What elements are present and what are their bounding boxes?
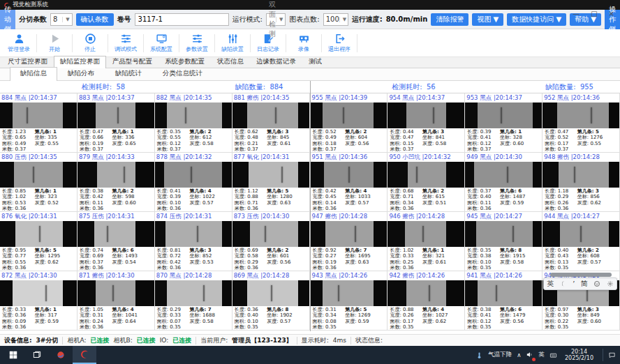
defect-thumbnail[interactable]: [0, 103, 77, 128]
defect-thumbnail[interactable]: [311, 221, 388, 247]
toolbtn-param-settings[interactable]: 参数设置: [179, 30, 214, 56]
defect-thumbnail[interactable]: [78, 103, 154, 128]
touch-keyboard-icon[interactable]: [549, 351, 557, 359]
defect-thumbnail[interactable]: [232, 162, 309, 188]
defect-thumbnail[interactable]: [465, 162, 542, 188]
task-view-button[interactable]: [25, 346, 49, 364]
defect-thumbnail[interactable]: [78, 280, 154, 306]
defect-cell[interactable]: 883 黑点 |20:14:37长度: 0.47宽度: 0.66面积: 0.19…: [78, 93, 155, 153]
defect-thumbnail[interactable]: [155, 280, 232, 306]
tab-main-0[interactable]: 尺寸监控界面: [1, 56, 54, 68]
tab-main-5[interactable]: 边缘数据记录: [250, 56, 302, 68]
defect-thumbnail[interactable]: [0, 280, 77, 306]
defect-cell[interactable]: 879 黑点 |20:14:33长度: 0.38宽度: 0.42面积: 0.11…: [78, 153, 155, 212]
input-language-button[interactable]: 英: [538, 351, 545, 359]
ime-simplified-toggle[interactable]: 简: [581, 279, 588, 289]
defect-thumbnail[interactable]: [0, 162, 77, 188]
defect-thumbnail[interactable]: [388, 280, 464, 306]
defect-thumbnail[interactable]: [465, 103, 542, 128]
defect-thumbnail[interactable]: [465, 280, 542, 306]
drive-side-button[interactable]: 传动侧: [0, 10, 15, 29]
defect-thumbnail[interactable]: [232, 103, 309, 128]
defect-cell[interactable]: 954 黑点 |20:14:37长度: 0.44宽度: 0.47面积: 0.15…: [388, 93, 465, 153]
defect-thumbnail[interactable]: [78, 162, 154, 188]
defect-cell[interactable]: 948 擦伤 |20:14:28长度: 1.18宽度: 0.29面积: 0.26…: [542, 153, 620, 212]
toolbtn-defect-settings[interactable]: 缺陷设置: [215, 30, 250, 56]
tab-sub-3[interactable]: 分类信息统计: [152, 67, 213, 80]
defect-thumbnail[interactable]: [155, 103, 232, 128]
defect-thumbnail[interactable]: [388, 162, 464, 188]
defect-thumbnail[interactable]: [78, 221, 154, 247]
defect-thumbnail[interactable]: [542, 221, 619, 247]
toolbtn-start[interactable]: 开始: [37, 30, 72, 56]
browser-app-button[interactable]: [49, 346, 73, 364]
close-button[interactable]: ×: [609, 10, 614, 18]
defect-cell[interactable]: 950 小凹坑 |20:14:32长度: 0.68宽度: 0.71面积: 0.3…: [388, 153, 465, 212]
defect-thumbnail[interactable]: [232, 280, 309, 306]
tab-main-4[interactable]: 状态信息: [211, 56, 250, 68]
defect-thumbnail[interactable]: [388, 103, 464, 128]
chart-points-select[interactable]: 100▼: [323, 13, 348, 26]
toolbtn-exit-program[interactable]: 退出程序: [322, 30, 357, 56]
confirm-count-button[interactable]: 确认条数: [76, 13, 114, 26]
defect-cell[interactable]: 947 擦伤 |20:14:28长度: 0.92宽度: 0.27面积: 0.19…: [311, 212, 388, 271]
data-access-menu-button[interactable]: 数据快捷访问 ▼: [507, 13, 566, 26]
roll-number-input[interactable]: [135, 13, 229, 26]
defect-cell[interactable]: 877 氧化 |20:14:31长度: 1.12宽度: 0.88面积: 0.71…: [232, 153, 310, 212]
defect-thumbnail[interactable]: [465, 221, 542, 247]
defect-cell[interactable]: 943 黑点 |20:14:26长度: 0.31宽度: 0.34面积: 0.08…: [311, 271, 388, 331]
volume-button[interactable]: [526, 351, 533, 360]
tab-main-3[interactable]: 系统参数配置: [158, 56, 211, 68]
defect-thumbnail[interactable]: [311, 162, 388, 188]
minimize-button[interactable]: —: [573, 10, 580, 18]
split-count-select[interactable]: 8▼: [50, 13, 73, 26]
defect-thumbnail[interactable]: [155, 162, 232, 188]
defect-thumbnail[interactable]: [311, 103, 388, 128]
defect-thumbnail[interactable]: [155, 221, 232, 247]
defect-cell[interactable]: 874 压伤 |20:14:31长度: 0.81宽度: 0.72面积: 0.42…: [155, 212, 232, 271]
defect-cell[interactable]: 881 擦伤 |20:14:35长度: 0.62宽度: 0.48面积: 0.21…: [232, 93, 310, 153]
defect-cell[interactable]: 871 擦伤 |20:14:30长度: 1.05宽度: 0.31面积: 0.24…: [78, 271, 155, 331]
tab-sub-1[interactable]: 缺陷分布: [57, 67, 105, 80]
view-menu-button[interactable]: 视图 ▼: [472, 13, 503, 26]
defect-cell[interactable]: 953 黑点 |20:14:37长度: 0.39宽度: 0.41面积: 0.12…: [465, 93, 542, 153]
defect-cell[interactable]: 880 压伤 |20:14:35长度: 0.85宽度: 1.02面积: 0.53…: [0, 153, 78, 212]
defect-thumbnail[interactable]: [232, 221, 309, 247]
moon-icon[interactable]: [560, 280, 567, 287]
clear-alarm-button[interactable]: 清除报警: [431, 13, 468, 26]
defect-cell[interactable]: 944 黑点 |20:14:27长度: 0.40宽度: 0.43面积: 0.13…: [542, 212, 620, 271]
tab-main-2[interactable]: 产品型号配置: [106, 56, 158, 68]
defect-cell[interactable]: 876 氧化 |20:14:31长度: 0.95宽度: 0.77面积: 0.55…: [0, 212, 78, 271]
defect-cell[interactable]: 952 黑点 |20:14:36长度: 0.47宽度: 0.52面积: 0.17…: [542, 93, 620, 153]
defect-cell[interactable]: 942 擦伤 |20:14:26长度: 0.88宽度: 0.26面积: 0.17…: [388, 271, 465, 331]
run-mode-select[interactable]: 双面检测▼: [266, 13, 286, 26]
toolbtn-video-record[interactable]: 录像: [286, 30, 321, 56]
tab-main-6[interactable]: 测试: [302, 56, 328, 68]
defect-cell[interactable]: 946 擦伤 |20:14:28长度: 1.02宽度: 0.33面积: 0.25…: [388, 212, 465, 271]
ime-drag-handle[interactable]: [550, 273, 612, 277]
defect-thumbnail[interactable]: [311, 280, 388, 306]
maximize-button[interactable]: □: [591, 10, 597, 18]
action-center-icon[interactable]: [608, 351, 616, 359]
defect-cell[interactable]: 870 黑点 |20:14:28长度: 0.29宽度: 0.33面积: 0.07…: [155, 271, 232, 331]
start-button[interactable]: [1, 346, 25, 364]
defect-cell[interactable]: 884 黑点 |20:14:37长度: 1.23宽度: 0.65面积: 0.49…: [0, 93, 78, 153]
defect-thumbnail[interactable]: [542, 162, 619, 188]
inspection-app-button[interactable]: [73, 346, 96, 364]
defect-thumbnail[interactable]: [388, 221, 464, 247]
ime-language-toggle[interactable]: 英: [547, 279, 554, 289]
defect-cell[interactable]: 875 压伤 |20:14:31长度: 0.74宽度: 0.69面积: 0.37…: [78, 212, 155, 271]
defect-cell[interactable]: 955 黑点 |20:14:39长度: 0.52宽度: 0.49面积: 0.18…: [311, 93, 388, 153]
defect-thumbnail[interactable]: [0, 221, 77, 247]
toolbtn-debug-mode[interactable]: 调试模式: [108, 30, 143, 56]
defect-cell[interactable]: 882 黑点 |20:14:35长度: 0.35宽度: 0.55面积: 0.12…: [155, 93, 232, 153]
defect-cell[interactable]: 949 黑点 |20:14:30长度: 0.37宽度: 0.40面积: 0.11…: [465, 153, 542, 212]
ime-punctuation-toggle[interactable]: ’: [573, 280, 575, 288]
weather-text[interactable]: 气温下降: [488, 351, 512, 359]
defect-cell[interactable]: 951 黑点 |20:14:36长度: 0.42宽度: 0.45面积: 0.14…: [311, 153, 388, 212]
gear-icon[interactable]: [607, 280, 614, 287]
defect-cell[interactable]: 945 黑点 |20:14:27长度: 0.35宽度: 0.38面积: 0.10…: [465, 212, 542, 271]
defect-cell[interactable]: 872 黑点 |20:14:30长度: 0.33宽度: 0.36面积: 0.09…: [0, 271, 78, 331]
defect-thumbnail[interactable]: [542, 103, 619, 128]
defect-cell[interactable]: 869 黑点 |20:14:28长度: 0.36宽度: 0.40面积: 0.10…: [232, 271, 310, 331]
